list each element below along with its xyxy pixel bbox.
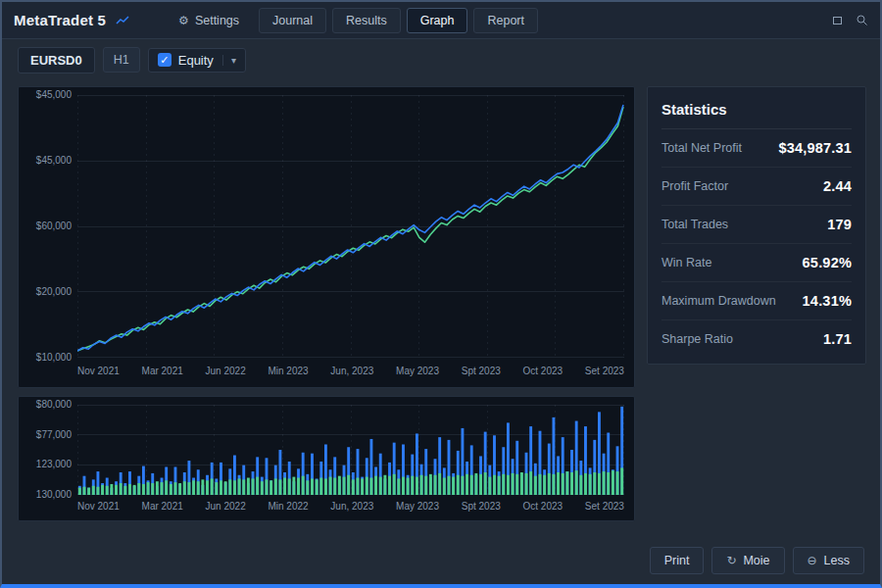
x-axis-label: Set 2023 bbox=[585, 501, 624, 514]
volume-chart-panel: $80,000$77,000123,000130,000 Nov 2021Mar… bbox=[18, 396, 635, 521]
x-axis-label: Oct 2023 bbox=[523, 501, 564, 514]
stat-value: 179 bbox=[827, 217, 852, 232]
x-axis-label: Nov 2021 bbox=[77, 501, 120, 514]
x-axis-label: Jun 2022 bbox=[206, 501, 246, 514]
chart-toolbar: EURSD0 H1 ✓ Equity ▾ bbox=[2, 39, 880, 76]
button-label: Less bbox=[824, 554, 850, 567]
tab[interactable]: Graph bbox=[407, 8, 468, 33]
metatrader-window: MetaTradet 5 ⚙ Settings Journal Results … bbox=[0, 0, 882, 588]
stat-row: Profit Factor 2.44 bbox=[662, 167, 852, 205]
x-axis-label: May 2023 bbox=[396, 366, 439, 379]
tab-label: Journal bbox=[272, 14, 313, 27]
stat-label: Sharpe Ratio bbox=[662, 332, 733, 346]
statistics-title: Statistics bbox=[662, 101, 852, 129]
symbol-selector[interactable]: EURSD0 bbox=[18, 47, 95, 74]
search-icon[interactable] bbox=[856, 14, 868, 26]
y-axis-label: $77,000 bbox=[36, 429, 72, 441]
chevron-down-icon: ▾ bbox=[222, 55, 236, 66]
window-controls bbox=[831, 14, 868, 26]
tab-label: Graph bbox=[420, 14, 455, 27]
y-axis-label: $45,000 bbox=[36, 89, 72, 101]
tab[interactable]: ⚙ Settings bbox=[165, 8, 253, 33]
tab[interactable]: Report bbox=[473, 8, 538, 33]
timeframe-selector[interactable]: H1 bbox=[103, 47, 140, 73]
stat-value: 65.92% bbox=[803, 255, 852, 270]
statistics-rows: Total Net Profit $34,987.31 Profit Facto… bbox=[662, 129, 852, 358]
footer-button[interactable]: ⊖ Less bbox=[793, 547, 864, 574]
x-axis-label: Jun, 2023 bbox=[330, 366, 373, 379]
equity-toggle[interactable]: ✓ Equity ▾ bbox=[148, 48, 246, 73]
y-axis-label: $60,000 bbox=[36, 220, 72, 232]
x-axis-label: Spt 2023 bbox=[462, 501, 501, 514]
equity-line-chart bbox=[77, 95, 624, 358]
checkbox-checked-icon: ✓ bbox=[158, 53, 172, 67]
main-content: $45,000$45,000$60,000$20,000$10,000 Nov … bbox=[2, 76, 880, 537]
chart-icon bbox=[116, 15, 129, 26]
x-axis-label: Jun, 2023 bbox=[330, 501, 373, 514]
button-icon: ↻ bbox=[726, 555, 736, 566]
window-icon[interactable] bbox=[831, 15, 844, 26]
equity-y-axis: $45,000$45,000$60,000$20,000$10,000 bbox=[23, 89, 72, 364]
app-title: MetaTradet 5 bbox=[14, 12, 106, 28]
y-axis-label: 130,000 bbox=[36, 489, 72, 501]
tab[interactable]: Journal bbox=[259, 8, 326, 33]
tab-label: Report bbox=[487, 14, 524, 27]
button-label: Print bbox=[664, 554, 690, 567]
stat-row: Total Trades 179 bbox=[662, 205, 852, 243]
charts-column: $45,000$45,000$60,000$20,000$10,000 Nov … bbox=[18, 86, 635, 537]
stat-row: Sharpe Ratio 1.71 bbox=[662, 319, 852, 358]
volume-bar-chart bbox=[77, 405, 624, 495]
y-axis-label: 123,000 bbox=[36, 459, 72, 470]
y-axis-label: $80,000 bbox=[36, 399, 72, 411]
stat-row: Win Rate 65.92% bbox=[662, 243, 852, 281]
tab[interactable]: Results bbox=[332, 8, 401, 33]
equity-chart-panel: $45,000$45,000$60,000$20,000$10,000 Nov … bbox=[18, 86, 635, 388]
x-axis-label: Min 2023 bbox=[268, 366, 308, 379]
x-axis-label: Set 2023 bbox=[585, 366, 624, 379]
stat-value: $34,987.31 bbox=[778, 140, 852, 156]
volume-y-axis: $80,000$77,000123,000130,000 bbox=[23, 399, 72, 501]
stat-label: Maximum Drawdown bbox=[662, 294, 776, 308]
x-axis-label: Nov 2021 bbox=[77, 366, 120, 379]
title-bar: MetaTradet 5 ⚙ Settings Journal Results … bbox=[2, 2, 880, 39]
y-axis-label: $45,000 bbox=[36, 155, 72, 167]
x-axis-label: Min 2022 bbox=[268, 501, 308, 514]
x-axis-label: Jun 2022 bbox=[206, 366, 246, 379]
stat-label: Total Net Profit bbox=[662, 141, 742, 155]
tab-icon: ⚙ bbox=[178, 14, 189, 27]
stat-label: Total Trades bbox=[662, 218, 728, 231]
equity-toggle-label: Equity bbox=[178, 53, 214, 68]
x-axis-label: Mar 2021 bbox=[142, 366, 183, 379]
stat-label: Profit Factor bbox=[662, 179, 728, 193]
stat-row: Total Net Profit $34,987.31 bbox=[662, 129, 852, 167]
footer-button[interactable]: ↻ Moie bbox=[711, 547, 784, 574]
x-axis-label: Spt 2023 bbox=[462, 366, 501, 379]
tab-bar: ⚙ Settings Journal Results Graph Report bbox=[165, 8, 538, 33]
y-axis-label: $20,000 bbox=[36, 286, 72, 298]
button-icon: ⊖ bbox=[808, 555, 817, 566]
button-label: Moie bbox=[743, 554, 769, 567]
stat-value: 2.44 bbox=[823, 178, 852, 194]
x-axis-label: Mar 2021 bbox=[142, 501, 183, 514]
tab-label: Settings bbox=[195, 14, 239, 27]
statistics-panel: Statistics Total Net Profit $34,987.31 P… bbox=[647, 86, 866, 365]
x-axis-label: Oct 2023 bbox=[523, 366, 564, 379]
footer-button[interactable]: Print bbox=[650, 547, 705, 574]
stat-label: Win Rate bbox=[662, 256, 711, 270]
footer-bar: Print ↻ Moie ⊖ Less bbox=[2, 537, 880, 584]
volume-x-axis: Nov 2021Mar 2021Jun 2022Min 2022Jun, 202… bbox=[77, 501, 624, 514]
stat-value: 1.71 bbox=[823, 331, 852, 347]
tab-label: Results bbox=[346, 14, 387, 27]
stat-row: Maximum Drawdown 14.31% bbox=[662, 281, 852, 319]
x-axis-label: May 2023 bbox=[396, 501, 439, 514]
y-axis-label: $10,000 bbox=[36, 352, 72, 364]
stat-value: 14.31% bbox=[803, 293, 852, 309]
equity-x-axis: Nov 2021Mar 2021Jun 2022Min 2023Jun, 202… bbox=[77, 366, 624, 379]
